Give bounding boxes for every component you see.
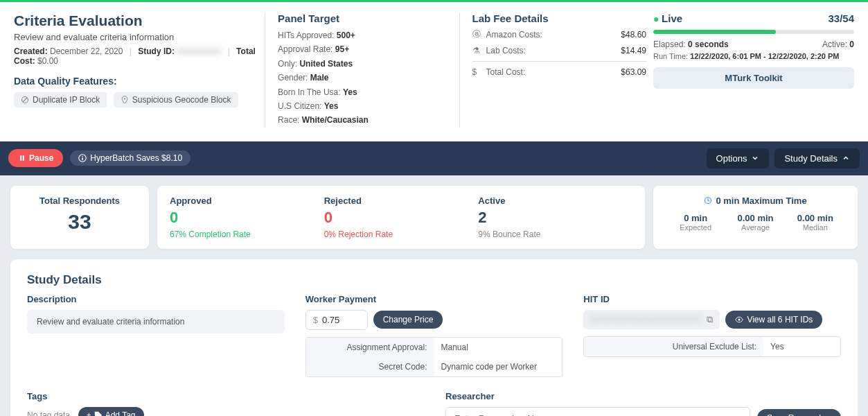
live-label: Live: [662, 12, 682, 24]
options-dropdown[interactable]: Options: [707, 148, 770, 168]
researcher-label: Researcher: [445, 391, 841, 401]
assignment-approval-value: Manual: [434, 338, 563, 357]
active-sub: 9% Bounce Rate: [478, 229, 632, 239]
approved-label: Approved: [170, 196, 324, 206]
fee-total: $ Total Cost:$63.09: [472, 61, 646, 77]
panel-target-heading: Panel Target: [278, 12, 452, 24]
card-total-respondents: Total Respondents 33: [10, 186, 149, 249]
rejected-label: Rejected: [324, 196, 479, 206]
stats-area: Total Respondents 33 Approved 0 67% Comp…: [0, 175, 868, 259]
data-quality-label: Data Quality Features:: [14, 76, 258, 87]
study-id-value: XXXXXXXX: [177, 46, 221, 56]
active-value: 2: [478, 209, 632, 227]
rejected-sub: 0% Rejection Rate: [324, 229, 479, 239]
median-value: 0.00 min: [786, 213, 845, 223]
add-tag-button[interactable]: + Add Tag: [78, 407, 144, 416]
panel-approval-rate: Approval Rate: 95+: [278, 42, 452, 56]
hit-id-label: HIT ID: [583, 294, 841, 304]
dollar-icon: $: [313, 315, 318, 325]
panel-only: Only: United States: [278, 57, 452, 71]
card-stats: Approved 0 67% Completion Rate Rejected …: [157, 186, 645, 249]
card-time: 0 min Maximum Time 0 minExpected 0.00 mi…: [653, 186, 858, 249]
hyperbatch-chip: HyperBatch Saves $8.10: [70, 150, 191, 166]
elapsed-value: 0 seconds: [688, 40, 729, 49]
panel-citizen: U.S Citizen: Yes: [278, 99, 452, 113]
worker-payment-label: Worker Payment: [305, 294, 563, 304]
save-researcher-button[interactable]: Save Researcher: [757, 409, 841, 416]
researcher-input[interactable]: [445, 407, 750, 416]
tag-icon: [94, 411, 103, 416]
plus-icon: +: [87, 410, 91, 416]
flask-icon: ⚗: [472, 46, 486, 55]
approved-value: 0: [170, 209, 324, 227]
info-icon: [78, 154, 87, 162]
expected-label: Expected: [666, 223, 725, 232]
mturk-toolkit-button[interactable]: MTurk Toolkit: [653, 67, 854, 89]
payment-value: 0.75: [322, 315, 339, 325]
active-value: 0: [849, 40, 854, 49]
chevron-up-icon: [842, 154, 850, 162]
uel-label: Universal Exclude List:: [584, 337, 763, 356]
pause-button[interactable]: Pause: [8, 149, 63, 167]
chip-duplicate-ip: Duplicate IP Block: [14, 92, 107, 107]
eye-icon: [735, 315, 743, 324]
svg-point-9: [738, 318, 741, 320]
average-label: Average: [725, 223, 785, 232]
runtime-label: Run Time:: [653, 52, 688, 60]
action-bar: Pause HyperBatch Saves $8.10 Options Stu…: [0, 141, 868, 175]
uel-value: Yes: [763, 337, 840, 356]
progress-bar: [653, 30, 854, 34]
options-label: Options: [716, 153, 747, 164]
payment-details-table: Assignment Approval:Manual Secret Code:D…: [305, 337, 563, 377]
secret-code-label: Secret Code:: [306, 357, 434, 376]
rejected-value: 0: [324, 209, 479, 227]
svg-line-1: [23, 98, 27, 102]
chip-suspicious-geocode: Suspicious Geocode Block: [114, 92, 238, 107]
created-value: December 22, 2020: [50, 46, 123, 56]
description-value: Review and evaluate criteria information: [27, 310, 285, 333]
total-respondents-label: Total Respondents: [23, 196, 136, 206]
copy-icon[interactable]: ⧉: [707, 314, 713, 325]
live-dot-icon: ●: [653, 13, 659, 24]
no-tag-text: No tag data: [27, 410, 70, 416]
hyperbatch-label: HyperBatch Saves $8.10: [90, 153, 182, 163]
panel-gender: Gender: Male: [278, 71, 452, 85]
view-all-hits-button[interactable]: View all 6 HIT IDs: [725, 311, 822, 329]
view-hits-label: View all 6 HIT IDs: [747, 315, 813, 324]
study-details-dropdown[interactable]: Study Details: [774, 148, 860, 168]
svg-rect-3: [20, 155, 21, 161]
total-respondents-value: 33: [23, 210, 136, 234]
active-label: Active:: [822, 40, 847, 49]
fee-heading: Lab Fee Details: [472, 12, 646, 24]
hit-id-value: XXXXXXXXXXXXXXXX: [590, 315, 701, 324]
panel-born: Born In The Usa: Yes: [278, 85, 452, 99]
change-price-button[interactable]: Change Price: [373, 311, 443, 329]
time-heading: 0 min Maximum Time: [716, 196, 806, 206]
payment-input[interactable]: $ 0.75: [305, 310, 368, 330]
elapsed-label: Elapsed:: [653, 40, 686, 49]
panel-race: Race: White/Caucasian: [278, 113, 452, 127]
pause-icon: [18, 154, 26, 162]
tags-label: Tags: [27, 391, 418, 401]
location-icon: [121, 96, 129, 104]
uel-table: Universal Exclude List:Yes: [583, 336, 841, 357]
runtime-value: 12/22/2020, 6:01 PM - 12/22/2020, 2:20 P…: [690, 52, 839, 60]
page-title: Criteria Evaluation: [14, 12, 258, 29]
study-id-label: Study ID:: [138, 46, 175, 56]
header-section: Criteria Evaluation Review and evaluate …: [0, 2, 868, 135]
dollar-icon: $: [472, 67, 486, 77]
panel-hits-approved: HITs Approved: 500+: [278, 28, 452, 42]
page-subtitle: Review and evaluate criteria information: [14, 32, 258, 42]
average-value: 0.00 min: [725, 213, 785, 223]
svg-point-7: [82, 156, 84, 157]
total-cost-value: $0.00: [37, 56, 58, 66]
chevron-down-icon: [751, 154, 759, 162]
active-label: Active: [478, 196, 632, 206]
pause-label: Pause: [29, 153, 53, 163]
block-icon: [21, 96, 29, 104]
median-label: Median: [786, 223, 845, 232]
live-count: 33/54: [828, 12, 854, 24]
clock-icon: [704, 196, 712, 205]
study-details-panel: Study Details Description Review and eva…: [10, 259, 858, 416]
meta-row: Created: December 22, 2020 | Study ID: X…: [14, 46, 258, 66]
